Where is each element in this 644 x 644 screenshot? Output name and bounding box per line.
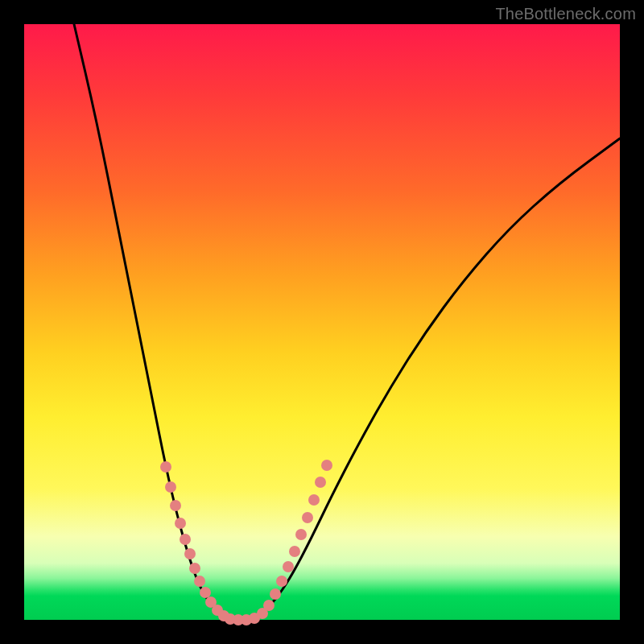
marker-dot (315, 477, 326, 488)
marker-dot (175, 518, 186, 529)
series-left-arm (74, 24, 227, 618)
series-right-arm (254, 138, 620, 618)
curve-paths (74, 24, 620, 620)
marker-dot (170, 500, 181, 511)
chart-frame: TheBottleneck.com (0, 0, 644, 644)
marker-dot (289, 546, 300, 557)
curve-svg (24, 24, 620, 620)
marker-dot (276, 576, 287, 587)
marker-dot (160, 461, 171, 473)
marker-dot (263, 600, 275, 611)
marker-dot (189, 563, 200, 574)
marker-dot (180, 534, 191, 545)
marker-dot (308, 494, 320, 506)
marker-dot (321, 460, 332, 471)
plot-area (24, 24, 620, 620)
marker-dot (194, 576, 205, 587)
marker-dot (302, 512, 313, 523)
marker-dot (200, 587, 211, 598)
marker-dot (165, 481, 176, 493)
marker-dot (270, 588, 281, 600)
marker-dot (283, 561, 294, 572)
marker-dot (184, 548, 196, 559)
curve-markers (160, 460, 332, 625)
watermark-label: TheBottleneck.com (495, 5, 636, 23)
marker-dot (295, 529, 307, 540)
